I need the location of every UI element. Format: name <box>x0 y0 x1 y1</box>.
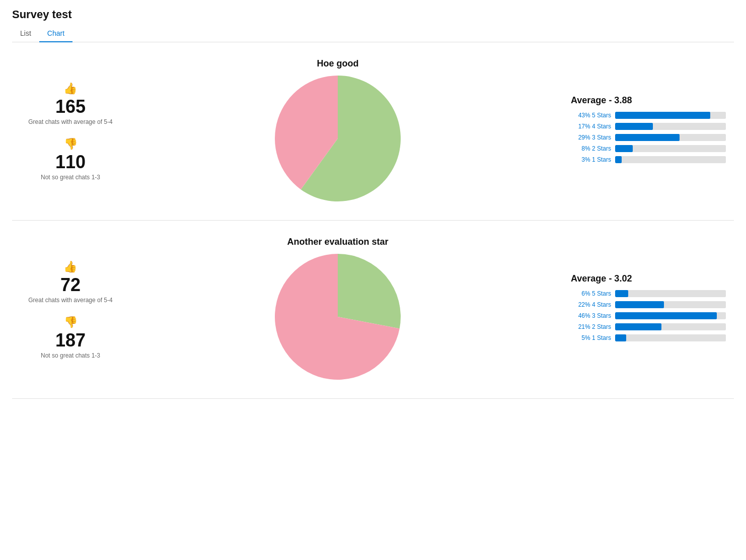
bar-row-0-4: 3% 1 Stars <box>571 156 726 163</box>
bar-track-0-3 <box>615 145 726 152</box>
bar-fill-0-4 <box>615 156 622 163</box>
bar-fill-1-4 <box>615 334 626 341</box>
bar-track-0-2 <box>615 134 726 141</box>
bar-average-1: Average - 3.02 <box>571 273 726 284</box>
stats-panel-0: 👍 165 Great chats with average of 5-4 👎 … <box>20 82 121 181</box>
page-container: Survey test List Chart 👍 165 Great chats… <box>0 0 746 407</box>
bar-row-1-0: 6% 5 Stars <box>571 290 726 297</box>
tab-chart[interactable]: Chart <box>39 25 72 42</box>
good-count-1: 72 <box>60 274 81 296</box>
bar-label-0-1: 17% 4 Stars <box>571 123 611 130</box>
bar-label-1-0: 6% 5 Stars <box>571 290 611 297</box>
survey-section-0: 👍 165 Great chats with average of 5-4 👎 … <box>12 42 734 221</box>
bar-panel-1: Average - 3.02 6% 5 Stars 22% 4 Stars 46… <box>555 273 726 345</box>
bar-panel-0: Average - 3.88 43% 5 Stars 17% 4 Stars 2… <box>555 95 726 167</box>
bar-fill-1-3 <box>615 323 661 330</box>
bar-label-0-2: 29% 3 Stars <box>571 134 611 141</box>
bar-track-0-1 <box>615 123 726 130</box>
stat-bad-0: 👎 110 Not so great chats 1-3 <box>41 137 100 181</box>
pie-chart-0 <box>272 73 403 204</box>
stat-good-1: 👍 72 Great chats with average of 5-4 <box>28 260 112 304</box>
bar-track-1-3 <box>615 323 726 330</box>
pie-title-1: Another evaluation star <box>287 237 388 247</box>
bar-row-1-3: 21% 2 Stars <box>571 323 726 330</box>
pie-title-0: Hoe good <box>317 58 359 69</box>
bar-track-1-0 <box>615 290 726 297</box>
bar-track-1-4 <box>615 334 726 341</box>
thumbs-down-icon-1: 👎 <box>64 316 78 329</box>
bar-label-0-0: 43% 5 Stars <box>571 112 611 119</box>
bar-track-0-0 <box>615 112 726 119</box>
bar-track-1-2 <box>615 312 726 319</box>
bar-average-0: Average - 3.88 <box>571 95 726 106</box>
tab-bar: List Chart <box>12 25 734 42</box>
thumbs-up-icon-1: 👍 <box>63 260 77 273</box>
bar-fill-0-2 <box>615 134 680 141</box>
bar-row-1-4: 5% 1 Stars <box>571 334 726 341</box>
bar-track-1-1 <box>615 301 726 308</box>
sections-container: 👍 165 Great chats with average of 5-4 👎 … <box>12 42 734 399</box>
pie-container-1: Another evaluation star <box>121 237 555 382</box>
stat-good-0: 👍 165 Great chats with average of 5-4 <box>28 82 112 125</box>
bad-count-0: 110 <box>55 152 86 173</box>
bar-fill-1-0 <box>615 290 628 297</box>
stats-panel-1: 👍 72 Great chats with average of 5-4 👎 1… <box>20 260 121 359</box>
bar-row-1-1: 22% 4 Stars <box>571 301 726 308</box>
bar-row-0-2: 29% 3 Stars <box>571 134 726 141</box>
bar-row-1-2: 46% 3 Stars <box>571 312 726 319</box>
bar-label-1-1: 22% 4 Stars <box>571 301 611 308</box>
bar-fill-0-1 <box>615 123 653 130</box>
pie-container-0: Hoe good <box>121 58 555 204</box>
bad-label-0: Not so great chats 1-3 <box>41 174 100 181</box>
thumbs-down-icon-0: 👎 <box>64 137 78 151</box>
bar-label-0-4: 3% 1 Stars <box>571 156 611 163</box>
tab-list[interactable]: List <box>12 25 39 42</box>
bar-fill-1-1 <box>615 301 664 308</box>
bar-fill-1-2 <box>615 312 717 319</box>
bar-label-1-2: 46% 3 Stars <box>571 312 611 319</box>
bar-row-0-1: 17% 4 Stars <box>571 123 726 130</box>
thumbs-up-icon-0: 👍 <box>63 82 77 95</box>
bar-track-0-4 <box>615 156 726 163</box>
bar-row-0-3: 8% 2 Stars <box>571 145 726 152</box>
page-title: Survey test <box>12 8 734 21</box>
bar-row-0-0: 43% 5 Stars <box>571 112 726 119</box>
good-count-0: 165 <box>55 96 86 117</box>
bad-label-1: Not so great chats 1-3 <box>41 352 100 359</box>
bad-count-1: 187 <box>55 330 86 351</box>
bar-label-1-3: 21% 2 Stars <box>571 323 611 330</box>
stat-bad-1: 👎 187 Not so great chats 1-3 <box>41 316 100 359</box>
bar-fill-0-3 <box>615 145 633 152</box>
good-label-1: Great chats with average of 5-4 <box>28 297 112 304</box>
good-label-0: Great chats with average of 5-4 <box>28 118 112 125</box>
survey-section-1: 👍 72 Great chats with average of 5-4 👎 1… <box>12 221 734 399</box>
bar-fill-0-0 <box>615 112 710 119</box>
bar-label-0-3: 8% 2 Stars <box>571 145 611 152</box>
bar-label-1-4: 5% 1 Stars <box>571 334 611 341</box>
pie-chart-1 <box>272 251 403 382</box>
